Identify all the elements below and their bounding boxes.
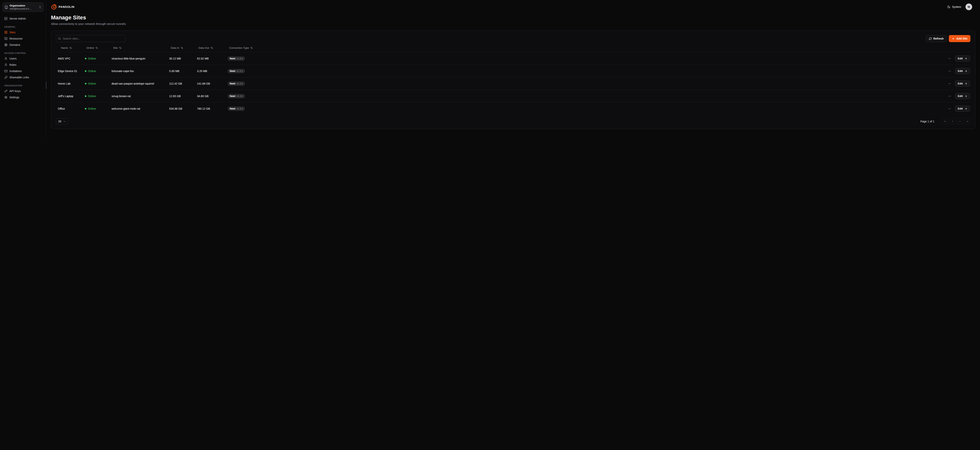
connection-type-badge: Newt v1.3.2 <box>228 106 245 111</box>
edit-button[interactable]: Edit <box>955 106 970 112</box>
sidebar-item-label: Server Admin <box>10 17 26 20</box>
section-label-organization: ORGANIZATION <box>4 84 42 87</box>
cell-site: welcome-giant-mole-rat <box>110 104 167 113</box>
cell-data-out: 780.12 GB <box>196 104 226 113</box>
connection-type-badge: Newt v1.3.2 <box>228 69 245 73</box>
edit-button[interactable]: Edit <box>955 68 970 74</box>
row-menu-button[interactable] <box>947 81 952 86</box>
sidebar-scrollbar-thumb[interactable] <box>46 82 46 89</box>
sidebar-item-sites[interactable]: Sites <box>2 29 44 35</box>
theme-label: System <box>952 5 961 8</box>
user-round-icon <box>4 63 8 67</box>
plus-icon <box>952 37 955 40</box>
cell-online: Online <box>83 54 110 63</box>
key-icon <box>4 89 8 93</box>
online-dot-icon <box>85 70 86 72</box>
sidebar-item-settings[interactable]: Settings <box>2 94 44 100</box>
column-header-name[interactable]: Name <box>56 44 83 52</box>
column-label: Data Out <box>199 46 209 49</box>
column-header-site[interactable]: Site <box>110 44 167 52</box>
sidebar-item-domains[interactable]: Domains <box>2 42 44 48</box>
refresh-button[interactable]: Refresh <box>926 35 947 42</box>
column-label: Name <box>61 46 68 49</box>
building-icon <box>5 5 8 9</box>
first-page-button[interactable] <box>942 119 948 124</box>
sidebar-item-server-admin[interactable]: Server Admin <box>2 16 44 22</box>
avatar[interactable]: M <box>966 3 972 10</box>
content: Manage Sites Allow connectivity to your … <box>46 13 980 137</box>
arrow-right-icon <box>964 70 967 73</box>
edit-button[interactable]: Edit <box>955 81 970 87</box>
cell-connection-type: Newt v1.3.2 <box>226 66 274 76</box>
sidebar: Organization milo@fossorial.io's ... Ser… <box>0 0 46 139</box>
status-badge: Online <box>85 82 108 85</box>
row-menu-button[interactable] <box>947 94 952 98</box>
edit-label: Edit <box>958 57 963 60</box>
org-label: Organization <box>10 4 37 7</box>
online-dot-icon <box>85 58 86 59</box>
cell-data-in: 12.65 GB <box>167 92 196 101</box>
cell-actions: Edit <box>274 65 970 77</box>
cell-site: dead-san-joaquin-antelope-squirrel <box>110 79 167 88</box>
row-menu-button[interactable] <box>947 106 952 111</box>
brand-name: PANGOLIN <box>59 5 75 8</box>
search-input[interactable] <box>56 35 126 42</box>
table-body: AWS VPC Online vivacious-little-blue-pen… <box>56 52 970 115</box>
connection-type-name: Newt <box>230 95 235 98</box>
column-header-online[interactable]: Online <box>83 44 110 52</box>
status-label: Online <box>88 57 96 60</box>
cell-actions: Edit <box>274 90 970 102</box>
sidebar-item-users[interactable]: Users <box>2 55 44 62</box>
sidebar-item-label: Settings <box>10 96 19 99</box>
sidebar-item-resources[interactable]: Resources <box>2 35 44 42</box>
cell-connection-type: Newt v1.3.2 <box>226 91 274 101</box>
sidebar-item-api-keys[interactable]: API Keys <box>2 88 44 94</box>
column-header-data-in[interactable]: Data In <box>167 44 196 52</box>
sort-icon <box>95 47 98 49</box>
sort-icon <box>119 47 121 49</box>
sidebar-item-label: API Keys <box>10 89 21 93</box>
refresh-label: Refresh <box>933 37 943 40</box>
org-selector[interactable]: Organization milo@fossorial.io's ... <box>2 2 44 12</box>
add-site-button[interactable]: Add Site <box>949 35 970 42</box>
cell-site: fortunate-cape-fox <box>110 67 167 76</box>
column-header-connection-type[interactable]: Connection Type <box>226 44 274 52</box>
last-page-button[interactable] <box>964 119 970 124</box>
sidebar-item-shareable-links[interactable]: Shareable Links <box>2 74 44 81</box>
connection-type-badge: Newt v1.3.2 <box>228 81 245 86</box>
connection-type-name: Newt <box>230 70 235 73</box>
row-menu-button[interactable] <box>947 69 952 73</box>
column-header-data-out[interactable]: Data Out <box>196 44 226 52</box>
sites-toolbar: Refresh Add Site <box>56 35 970 42</box>
cell-actions: Edit <box>274 52 970 65</box>
cell-name: Office <box>56 104 83 113</box>
connection-type-version: v1.3.2 <box>237 70 243 73</box>
pangolin-logo-icon <box>51 4 57 10</box>
arrow-right-icon <box>964 82 967 85</box>
sidebar-item-roles[interactable]: Roles <box>2 62 44 68</box>
edit-button[interactable]: Edit <box>955 55 970 62</box>
sort-icon <box>181 47 183 49</box>
row-menu-button[interactable] <box>947 56 952 61</box>
cell-site: smug-brown-rat <box>110 92 167 101</box>
cell-data-in: 534.98 GB <box>167 104 196 113</box>
user-icon <box>4 57 8 60</box>
connection-type-name: Newt <box>230 107 235 110</box>
table-row: Jeff's Laptop Online smug-brown-rat 12.6… <box>56 90 970 102</box>
edit-label: Edit <box>958 82 963 85</box>
table-header: Name Online Site Data In <box>56 44 970 52</box>
server-icon <box>4 17 8 20</box>
page-size-select[interactable]: 20 <box>56 118 68 125</box>
connection-type-version: v1.3.2 <box>237 107 243 110</box>
next-page-button[interactable] <box>957 119 963 124</box>
edit-label: Edit <box>958 70 963 73</box>
theme-toggle[interactable]: System <box>947 5 961 8</box>
status-label: Online <box>88 82 96 85</box>
prev-page-button[interactable] <box>950 119 956 124</box>
edit-button[interactable]: Edit <box>955 93 970 99</box>
sidebar-item-invitations[interactable]: Invitations <box>2 68 44 74</box>
topbar: PANGOLIN System M <box>46 0 980 13</box>
add-site-label: Add Site <box>956 37 967 40</box>
table-footer: 20 Page 1 of 1 <box>56 118 970 125</box>
sidebar-item-label: Invitations <box>10 70 22 73</box>
